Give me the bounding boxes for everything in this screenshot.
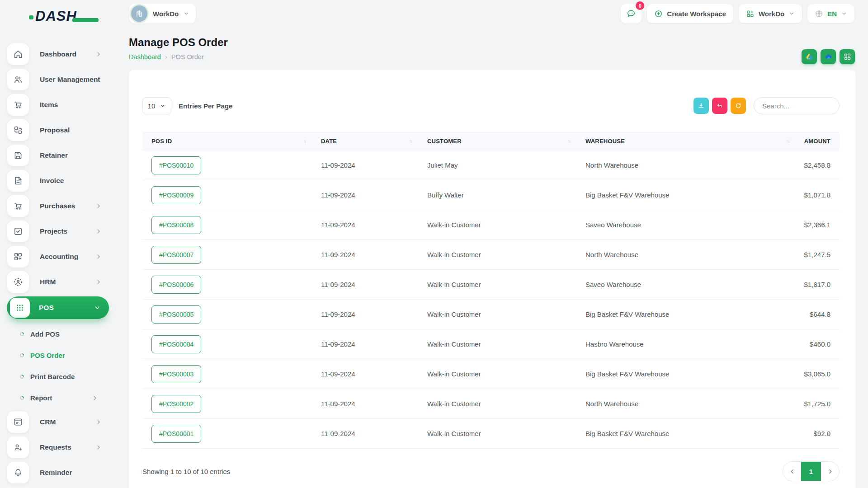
chevron-down-icon (183, 10, 189, 17)
cell-date: 11-09-2024 (312, 419, 418, 449)
messages-button[interactable]: 0 (621, 4, 642, 23)
column-label: POS ID (151, 138, 172, 145)
pagination: 1 (783, 461, 840, 481)
sidebar-item-crm[interactable]: CRM (7, 411, 108, 433)
cell-amount: $92.0 (796, 419, 840, 449)
sidebar: DASH DashboardUser ManagementItemsPropos… (0, 0, 116, 488)
plus-circle-icon (654, 9, 663, 18)
cell-warehouse: Big Basket F&V Warehouse (576, 359, 796, 389)
chevron-left-icon (789, 468, 796, 475)
sort-icon: ↑↓ (787, 139, 789, 144)
sidebar-item-hrm[interactable]: HRM (7, 271, 108, 293)
reset-button[interactable] (712, 98, 727, 114)
sidebar-nav: DashboardUser ManagementItemsProposalRet… (0, 43, 116, 487)
workspace-avatar (131, 5, 147, 22)
sidebar-item-purchases[interactable]: Purchases (7, 195, 108, 217)
pos-id-link[interactable]: #POS00005 (151, 305, 201, 324)
cell-customer: Buffy Walter (418, 180, 576, 210)
onedrive-button[interactable] (821, 49, 836, 64)
refresh-icon (735, 102, 742, 109)
table-row: #POS0000411-09-2024Walk-in CustomerHasbr… (142, 329, 840, 359)
workdo-label: WorkDo (759, 10, 784, 18)
column-header-customer[interactable]: CUSTOMER↑↓ (418, 132, 576, 150)
accounting-icon (7, 246, 29, 267)
pos-id-link[interactable]: #POS00008 (151, 216, 201, 234)
workspace-selector[interactable]: WorkDo (129, 4, 196, 23)
pos-id-link[interactable]: #POS00003 (151, 365, 201, 383)
sidebar-item-label: Requests (40, 443, 95, 451)
bullet-icon (19, 395, 25, 401)
sidebar-item-accounting[interactable]: Accounting (7, 246, 108, 267)
sidebar-item-proposal[interactable]: Proposal (7, 119, 108, 141)
cell-amount: $1,817.0 (796, 270, 840, 300)
sidebar-item-pos[interactable]: POS (7, 296, 109, 319)
pos-id-link[interactable]: #POS00010 (151, 156, 201, 174)
pos-id-link[interactable]: #POS00002 (151, 395, 201, 413)
refresh-button[interactable] (731, 98, 746, 114)
sidebar-item-requests[interactable]: Requests (7, 436, 108, 458)
column-header-pos-id[interactable]: POS ID↑↓ (142, 132, 312, 150)
pos-id-link[interactable]: #POS00007 (151, 246, 201, 264)
sidebar-item-user-management[interactable]: User Management (7, 69, 108, 90)
sidebar-item-label: User Management (40, 75, 100, 84)
column-header-date[interactable]: DATE↑↓ (312, 132, 418, 150)
previous-page-button[interactable] (783, 462, 801, 481)
projects-icon (7, 221, 29, 242)
cell-warehouse: Big Basket F&V Warehouse (576, 180, 796, 210)
breadcrumb-dashboard-link[interactable]: Dashboard (129, 53, 161, 61)
sidebar-subitem-report[interactable]: Report (7, 387, 108, 408)
brand-logo[interactable]: DASH (29, 8, 77, 24)
table-controls: 10 Entries Per Page (142, 97, 840, 114)
users-icon (7, 69, 29, 90)
column-header-warehouse[interactable]: WAREHOUSE↑↓ (576, 132, 796, 150)
cart-icon (7, 94, 29, 116)
pos-id-link[interactable]: #POS00004 (151, 335, 201, 353)
column-header-amount[interactable]: AMOUNT (796, 132, 840, 150)
onedrive-icon (824, 52, 833, 61)
table-row: #POS0000211-09-2024Walk-in CustomerNorth… (142, 389, 840, 419)
sidebar-item-retainer[interactable]: Retainer (7, 145, 108, 166)
column-label: DATE (321, 138, 337, 145)
create-workspace-button[interactable]: Create Workspace (647, 4, 733, 23)
pos-order-card: 10 Entries Per Page POS ID↑↓DATE↑↓CUSTOM… (129, 70, 856, 488)
sidebar-subitem-add-pos[interactable]: Add POS (7, 324, 108, 345)
topbar: WorkDo 0 Create Workspace WorkDo EN (116, 0, 868, 26)
pos-id-link[interactable]: #POS00001 (151, 425, 201, 443)
cell-customer: Juliet May (418, 150, 576, 180)
page-1-button[interactable]: 1 (801, 462, 821, 481)
next-page-button[interactable] (821, 462, 839, 481)
table-row: #POS0000611-09-2024Walk-in CustomerSaveo… (142, 270, 840, 300)
sidebar-subitem-print-barcode[interactable]: Print Barcode (7, 366, 108, 387)
column-label: AMOUNT (804, 138, 830, 145)
entries-per-page-value: 10 (148, 102, 156, 110)
table-row: #POS0000811-09-2024Walk-in CustomerSaveo… (142, 210, 840, 240)
pos-grid-icon (10, 298, 30, 318)
sort-icon: ↑↓ (303, 139, 306, 144)
sidebar-subitem-pos-order[interactable]: POS Order (7, 345, 108, 366)
pos-id-link[interactable]: #POS00009 (151, 186, 201, 204)
workdo-menu-button[interactable]: WorkDo (739, 4, 802, 23)
create-workspace-label: Create Workspace (667, 10, 726, 18)
cell-customer: Walk-in Customer (418, 419, 576, 449)
pos-id-link[interactable]: #POS00006 (151, 276, 201, 294)
sidebar-item-invoice[interactable]: Invoice (7, 170, 108, 192)
showing-entries-text: Showing 1 to 10 of 10 entries (142, 468, 230, 475)
sidebar-item-label: HRM (40, 278, 95, 286)
cell-amount: $460.0 (796, 329, 840, 359)
sidebar-item-label: Projects (40, 227, 95, 235)
grid-view-button[interactable] (840, 49, 855, 64)
google-drive-button[interactable] (802, 49, 817, 64)
language-selector[interactable]: EN (807, 4, 854, 23)
cell-date: 11-09-2024 (312, 150, 418, 180)
sidebar-item-projects[interactable]: Projects (7, 221, 108, 242)
sidebar-item-items[interactable]: Items (7, 94, 108, 116)
export-button[interactable] (693, 98, 709, 114)
sidebar-item-reminder[interactable]: Reminder (7, 462, 108, 483)
sidebar-item-dashboard[interactable]: Dashboard (7, 43, 108, 65)
cell-warehouse: North Warehouse (576, 389, 796, 419)
entries-per-page-label: Entries Per Page (179, 102, 232, 110)
search-input[interactable] (754, 97, 840, 114)
cell-warehouse: Big Basket F&V Warehouse (576, 300, 796, 329)
entries-per-page-select[interactable]: 10 (142, 97, 171, 114)
table-row: #POS0000511-09-2024Walk-in CustomerBig B… (142, 300, 840, 329)
